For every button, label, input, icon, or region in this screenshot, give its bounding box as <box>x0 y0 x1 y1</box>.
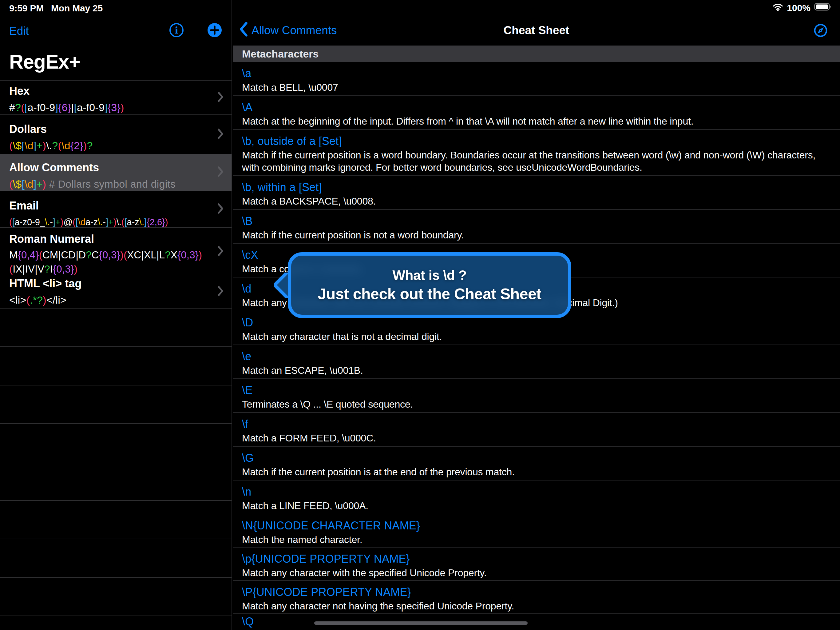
edit-button[interactable]: Edit <box>9 25 29 38</box>
app-title: RegEx+ <box>9 51 80 73</box>
metacharacter-code: \D <box>242 316 831 329</box>
metacharacter-code: \b, within a [Set] <box>242 181 831 194</box>
cheatsheet-entry: \B Match if the current position is not … <box>233 210 840 244</box>
metacharacter-code: \n <box>242 486 831 499</box>
sidebar-item-title: Hex <box>9 85 210 97</box>
wifi-icon <box>773 3 783 13</box>
empty-row <box>0 424 232 462</box>
regex-pattern: (\$[\d]+)\.?(\d{2})? <box>9 139 210 152</box>
sidebar-item[interactable]: Email ([a-z0-9_\.-]+)@([\da-z\.-]+)\.([a… <box>0 191 232 228</box>
empty-row <box>0 539 232 578</box>
empty-row <box>0 347 232 385</box>
metacharacter-description: Match a BELL, \u0007 <box>242 81 828 93</box>
metacharacter-description: Match at the beginning of the input. Dif… <box>242 115 828 127</box>
info-button[interactable]: i <box>169 22 185 38</box>
metacharacter-code: \G <box>242 451 831 464</box>
cheatsheet-entry: \n Match a LINE FEED, \u000A. <box>233 481 840 514</box>
empty-row <box>0 578 232 616</box>
metacharacter-code: \p{UNICODE PROPERTY NAME} <box>242 552 831 565</box>
metacharacter-description: Match a BACKSPACE, \u0008. <box>242 195 828 207</box>
metacharacter-description: Quotes all following characters until \E… <box>242 628 828 630</box>
metacharacter-description: Terminates a \Q ... \E quoted sequence. <box>242 398 828 410</box>
date: Mon May 25 <box>51 3 103 14</box>
sidebar: Edit i RegEx+ Hex #?([a-f0-9]{6}|[a-f0-9… <box>0 0 232 630</box>
compass-icon[interactable] <box>813 24 828 38</box>
sidebar-item[interactable]: Hex #?([a-f0-9]{6}|[a-f0-9]{3}) <box>0 81 232 115</box>
sidebar-list: Hex #?([a-f0-9]{6}|[a-f0-9]{3}) Dollars … <box>0 80 232 616</box>
cheatsheet-entry: \b, within a [Set] Match a BACKSPACE, \u… <box>233 176 840 210</box>
svg-text:i: i <box>175 25 178 36</box>
cheatsheet-entry: \E Terminates a \Q ... \E quoted sequenc… <box>233 379 840 413</box>
metacharacter-code: \B <box>242 215 831 228</box>
sidebar-item[interactable]: HTML <li> tag <li>(.*?)</li> <box>0 275 232 309</box>
chevron-right-icon <box>217 285 224 298</box>
app-window: 9:59 PM Mon May 25 100% <box>0 0 840 630</box>
chevron-right-icon <box>217 91 224 104</box>
sidebar-item-title: HTML <li> tag <box>9 277 210 290</box>
sidebar-item-title: Email <box>9 199 210 212</box>
cheatsheet-entry: \b, outside of a [Set] Match if the curr… <box>233 130 840 176</box>
metacharacter-description: Match any character not having the speci… <box>242 600 828 612</box>
cheat-sheet-list: \a Match a BELL, \u0007 \A Match at the … <box>233 62 840 630</box>
metacharacter-code: \P{UNICODE PROPERTY NAME} <box>242 586 831 598</box>
metacharacter-description: Match a FORM FEED, \u000C. <box>242 432 828 444</box>
chevron-right-icon <box>217 203 224 215</box>
sidebar-item-title: Roman Numeral <box>9 233 210 245</box>
add-button[interactable] <box>207 22 223 38</box>
cheatsheet-entry: \e Match an ESCAPE, \u001B. <box>233 345 840 379</box>
sidebar-toolbar: Edit i <box>0 22 232 40</box>
metacharacter-code: \E <box>242 384 831 397</box>
sidebar-item-title: Allow Comments <box>9 161 210 174</box>
sidebar-item[interactable]: Roman Numeral M{0,4}(CM|CD|D?C{0,3})(XC|… <box>0 228 232 275</box>
horizontal-scrollbar[interactable] <box>314 621 527 625</box>
metacharacter-code: \b, outside of a [Set] <box>242 135 831 148</box>
cheatsheet-entry: \f Match a FORM FEED, \u000C. <box>233 413 840 446</box>
regex-pattern: #?([a-f0-9]{6}|[a-f0-9]{3}) <box>9 101 210 114</box>
cheatsheet-entry: \P{UNICODE PROPERTY NAME} Match any char… <box>233 581 840 614</box>
status-bar: 9:59 PM Mon May 25 100% <box>0 0 840 15</box>
tooltip-question: What is \d ? <box>393 268 467 283</box>
cheatsheet-entry: \p{UNICODE PROPERTY NAME} Match any char… <box>233 548 840 581</box>
regex-pattern: M{0,4}(CM|CD|D?C{0,3})(XC|XL|L?X{0,3})(I… <box>9 248 210 276</box>
regex-pattern: (\$[\d]+) # Dollars symbol and digits <box>9 177 210 191</box>
metacharacter-description: Match if the current position is at the … <box>242 466 828 478</box>
metacharacter-description: Match a LINE FEED, \u000A. <box>242 500 828 512</box>
cheatsheet-entry: \a Match a BELL, \u0007 <box>233 62 840 96</box>
cheatsheet-entry: \N{UNICODE CHARACTER NAME} Match the nam… <box>233 514 840 548</box>
metacharacter-description: Match any character that is not a decima… <box>242 330 828 343</box>
metacharacter-code: \A <box>242 101 831 114</box>
battery-icon <box>814 2 832 13</box>
chevron-right-icon <box>217 128 224 141</box>
cheatsheet-entry: \G Match if the current position is at t… <box>233 446 840 481</box>
regex-pattern: ([a-z0-9_\.-]+)@([\da-z\.-]+)\.([a-z\.]{… <box>9 215 210 229</box>
clock: 9:59 PM <box>9 3 44 14</box>
metacharacter-description: Match any character with the specified U… <box>242 567 828 579</box>
metacharacter-code: \f <box>242 418 831 431</box>
empty-row <box>0 385 232 424</box>
cheatsheet-entry: \A Match at the beginning of the input. … <box>233 96 840 130</box>
section-header: Metacharacters <box>233 46 840 62</box>
nav-bar: Allow Comments Cheat Sheet <box>233 22 840 39</box>
metacharacter-description: Match the named character. <box>242 533 828 546</box>
sidebar-item[interactable]: Dollars (\$[\d]+)\.?(\d{2})? <box>0 115 232 154</box>
chevron-right-icon <box>217 166 224 179</box>
empty-row <box>0 462 232 501</box>
battery-percent: 100% <box>787 3 810 13</box>
tooltip-answer: Just check out the Cheat Sheet <box>318 285 542 303</box>
metacharacter-description: Match an ESCAPE, \u001B. <box>242 364 828 377</box>
metacharacter-code: \a <box>242 67 831 80</box>
metacharacter-description: Match if the current position is a word … <box>242 149 828 174</box>
metacharacter-code: \N{UNICODE CHARACTER NAME} <box>242 519 831 532</box>
tooltip-tail <box>269 272 290 298</box>
sidebar-item-title: Dollars <box>9 123 210 135</box>
regex-pattern: <li>(.*?)</li> <box>9 293 210 307</box>
metacharacter-description: Match if the current position is not a w… <box>242 229 828 241</box>
tooltip-body: What is \d ? Just check out the Cheat Sh… <box>288 252 571 318</box>
empty-row <box>0 309 232 347</box>
chevron-right-icon <box>217 245 224 258</box>
metacharacter-code: \e <box>242 350 831 363</box>
page-title: Cheat Sheet <box>233 22 840 39</box>
sidebar-item[interactable]: Allow Comments (\$[\d]+) # Dollars symbo… <box>0 154 232 191</box>
empty-row <box>0 501 232 539</box>
